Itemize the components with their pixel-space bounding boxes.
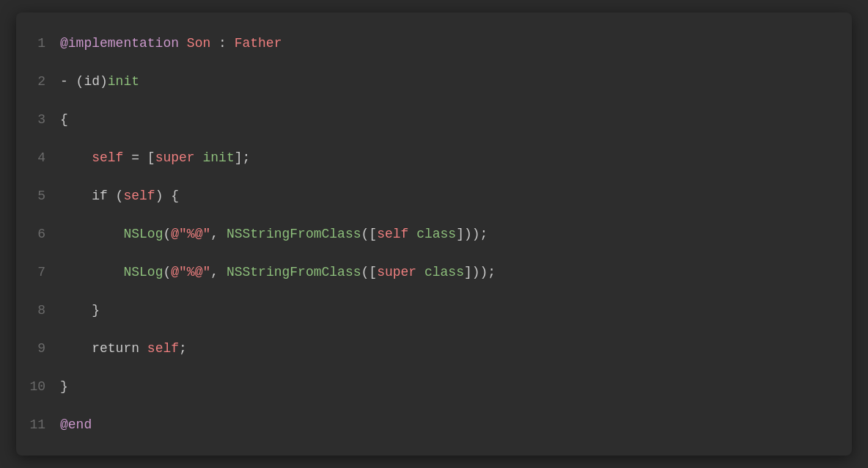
code-token: :: [210, 36, 234, 51]
code-line: 1@implementation Son : Father: [16, 24, 852, 62]
code-token: [416, 265, 424, 279]
line-number: 5: [16, 180, 60, 212]
code-line: 10}: [16, 368, 852, 406]
code-token: Father: [235, 36, 282, 51]
line-number: 6: [16, 218, 60, 250]
code-content: NSLog(@"%@", NSStringFromClass([self cla…: [60, 218, 488, 250]
code-token: [179, 36, 187, 51]
line-number: 8: [16, 294, 60, 326]
code-token: ([: [361, 227, 378, 241]
line-number: 1: [16, 27, 60, 59]
code-editor: 1@implementation Son : Father2- (id)init…: [16, 12, 852, 456]
code-token: }: [60, 303, 100, 318]
line-number: 7: [16, 256, 60, 288]
code-token: ;: [179, 341, 187, 356]
code-token: ];: [235, 150, 251, 165]
code-token: ,: [210, 227, 227, 241]
code-token: if (: [60, 189, 123, 203]
code-token: class: [424, 265, 464, 279]
code-line: 11@end: [16, 406, 852, 444]
code-content: NSLog(@"%@", NSStringFromClass([super cl…: [60, 256, 496, 288]
code-token: ) {: [155, 189, 179, 203]
code-content: if (self) {: [60, 180, 179, 212]
code-content: return self;: [60, 332, 187, 365]
line-number: 11: [16, 409, 60, 441]
code-token: @"%@": [171, 227, 210, 241]
code-token: NSLog: [123, 227, 163, 241]
code-content: @implementation Son : Father: [60, 27, 282, 59]
code-token: @"%@": [171, 265, 210, 279]
code-token: [408, 227, 416, 241]
code-content: @end: [60, 409, 92, 441]
code-token: return: [60, 341, 147, 356]
code-token: ,: [210, 265, 227, 279]
code-token: NSStringFromClass: [227, 227, 361, 241]
code-token: [60, 265, 123, 279]
code-token: self: [147, 341, 179, 356]
code-token: NSStringFromClass: [227, 265, 361, 279]
code-content: {: [60, 103, 68, 136]
code-token: [60, 150, 92, 165]
code-token: init: [202, 150, 234, 165]
code-token: (: [163, 265, 171, 279]
code-content: self = [super init];: [60, 142, 250, 174]
code-token: [60, 227, 123, 241]
code-token: {: [60, 112, 68, 127]
line-number: 3: [16, 103, 60, 136]
code-line: 7 NSLog(@"%@", NSStringFromClass([super …: [16, 253, 852, 291]
code-line: 2- (id)init: [16, 62, 852, 100]
code-token: class: [416, 227, 456, 241]
line-number: 10: [16, 370, 60, 403]
code-content: }: [60, 294, 100, 326]
code-line: 5 if (self) {: [16, 177, 852, 215]
code-token: (: [163, 227, 171, 241]
code-token: ]));: [456, 227, 488, 241]
code-token: @implementation: [60, 36, 179, 51]
code-token: super: [155, 150, 195, 165]
code-token: [195, 150, 203, 165]
line-number: 4: [16, 142, 60, 174]
code-token: ]));: [464, 265, 496, 279]
code-line: 8 }: [16, 291, 852, 329]
code-token: NSLog: [123, 265, 163, 279]
code-token: ([: [361, 265, 378, 279]
line-number: 9: [16, 332, 60, 365]
line-number: 2: [16, 65, 60, 98]
code-token: - (id): [60, 74, 108, 89]
code-line: 3{: [16, 100, 852, 139]
code-token: self: [92, 150, 123, 165]
code-line: 4 self = [super init];: [16, 139, 852, 177]
code-token: Son: [187, 36, 210, 51]
code-token: }: [60, 379, 68, 394]
code-token: = [: [123, 150, 155, 165]
code-content: - (id)init: [60, 65, 139, 98]
code-line: 9 return self;: [16, 329, 852, 368]
code-token: init: [108, 74, 139, 89]
code-token: self: [123, 189, 155, 203]
code-content: }: [60, 370, 68, 403]
code-line: 6 NSLog(@"%@", NSStringFromClass([self c…: [16, 215, 852, 253]
code-token: @end: [60, 417, 92, 432]
code-token: self: [377, 227, 408, 241]
code-token: super: [377, 265, 416, 279]
